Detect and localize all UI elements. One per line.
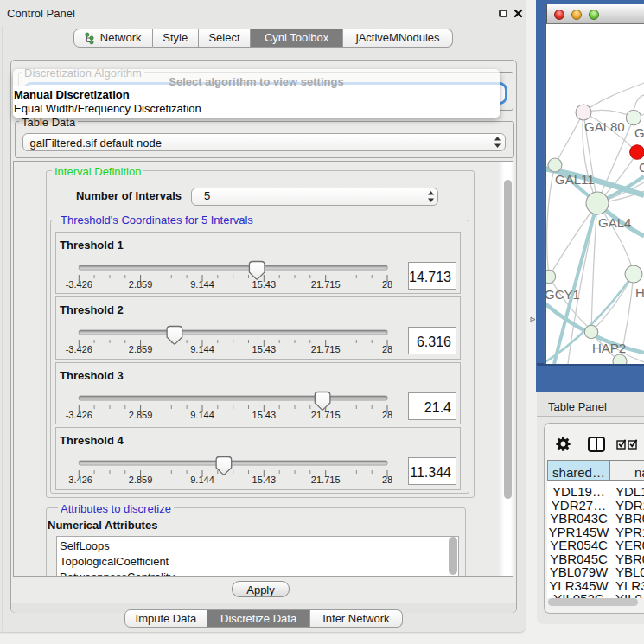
svg-text:G: G <box>639 160 644 175</box>
svg-text:GA: GA <box>634 125 644 140</box>
svg-text:GAL4: GAL4 <box>598 215 631 230</box>
svg-text:GAL80: GAL80 <box>584 119 625 134</box>
svg-text:GCY1: GCY1 <box>545 287 580 302</box>
svg-text:HAP2: HAP2 <box>592 341 626 355</box>
svg-text:GAL11: GAL11 <box>555 172 595 187</box>
svg-text:H: H <box>635 285 644 300</box>
